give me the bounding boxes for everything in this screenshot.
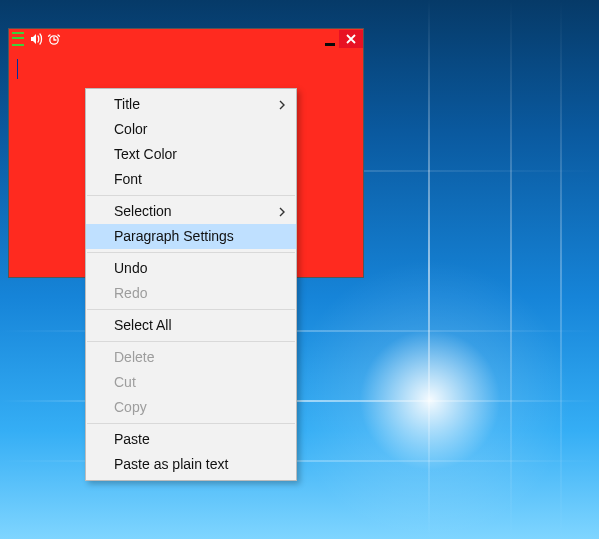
menu-item-label: Selection (114, 203, 172, 219)
menu-separator (87, 195, 295, 196)
menu-item-label: Select All (114, 317, 172, 333)
menu-item-copy: Copy (86, 395, 296, 420)
menu-item-paragraph-settings[interactable]: Paragraph Settings (86, 224, 296, 249)
chevron-right-icon (278, 92, 286, 117)
menu-item-font[interactable]: Font (86, 167, 296, 192)
titlebar[interactable] (9, 29, 363, 49)
menu-item-paste-as-plain-text[interactable]: Paste as plain text (86, 452, 296, 477)
menu-item-label: Delete (114, 349, 154, 365)
menu-item-undo[interactable]: Undo (86, 256, 296, 281)
menu-separator (87, 252, 295, 253)
speaker-icon[interactable] (27, 30, 45, 48)
menu-separator (87, 423, 295, 424)
menu-item-selection[interactable]: Selection (86, 199, 296, 224)
menu-item-label: Paragraph Settings (114, 228, 234, 244)
menu-separator (87, 309, 295, 310)
menu-item-label: Color (114, 121, 147, 137)
context-menu: TitleColorText ColorFontSelectionParagra… (85, 88, 297, 481)
menu-item-paste[interactable]: Paste (86, 427, 296, 452)
chevron-right-icon (278, 199, 286, 224)
menu-separator (87, 341, 295, 342)
menu-item-label: Title (114, 96, 140, 112)
menu-item-select-all[interactable]: Select All (86, 313, 296, 338)
menu-item-redo: Redo (86, 281, 296, 306)
menu-item-title[interactable]: Title (86, 92, 296, 117)
alarm-icon[interactable] (45, 30, 63, 48)
menu-item-label: Text Color (114, 146, 177, 162)
menu-item-label: Redo (114, 285, 147, 301)
menu-item-label: Cut (114, 374, 136, 390)
wallpaper-beam (510, 0, 512, 539)
text-cursor (17, 59, 18, 79)
wallpaper-beam (560, 0, 562, 539)
menu-item-label: Paste as plain text (114, 456, 228, 472)
menu-item-label: Font (114, 171, 142, 187)
close-button[interactable] (339, 30, 363, 48)
menu-icon[interactable] (9, 30, 27, 48)
menu-item-label: Paste (114, 431, 150, 447)
minimize-button[interactable] (321, 30, 339, 48)
menu-item-text-color[interactable]: Text Color (86, 142, 296, 167)
wallpaper-beam (428, 0, 430, 539)
menu-item-label: Undo (114, 260, 147, 276)
menu-item-cut: Cut (86, 370, 296, 395)
menu-item-label: Copy (114, 399, 147, 415)
menu-item-delete: Delete (86, 345, 296, 370)
desktop-wallpaper: TitleColorText ColorFontSelectionParagra… (0, 0, 599, 539)
menu-item-color[interactable]: Color (86, 117, 296, 142)
